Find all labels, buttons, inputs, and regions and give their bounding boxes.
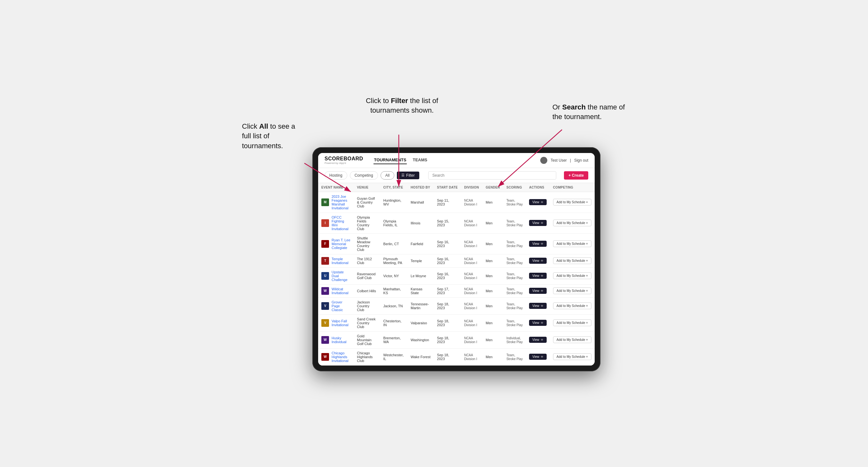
add-schedule-button-6[interactable]: Add to My Schedule +	[553, 303, 591, 309]
cell-gender-4: Men	[483, 267, 503, 284]
cell-start-date-3: Sep 16, 2023	[434, 254, 461, 267]
team-logo-5: W	[321, 287, 329, 295]
add-schedule-button-7[interactable]: Add to My Schedule +	[553, 319, 591, 326]
tablet-screen: SCOREBOARD Powered by clipp'd TOURNAMENT…	[318, 153, 595, 366]
cell-venue-0: Guyan Golf & Country Club	[354, 192, 380, 213]
cell-actions-1: View 👁	[526, 213, 550, 234]
event-name-2[interactable]: Ryan T. Lee Memorial Collegiate	[332, 238, 350, 250]
view-button-1[interactable]: View 👁	[529, 220, 547, 226]
cell-hosted-by-3: Temple	[407, 254, 434, 267]
view-button-0[interactable]: View 👁	[529, 199, 547, 205]
add-schedule-button-4[interactable]: Add to My Schedule +	[553, 272, 591, 279]
cell-gender-9: Men	[483, 348, 503, 365]
add-schedule-button-5[interactable]: Add to My Schedule +	[553, 287, 591, 294]
cell-actions-7: View 👁	[526, 314, 550, 331]
table-row: W Husky Individual Gold Mountain Golf Cl…	[318, 331, 595, 348]
event-cell-3: T Temple Invitational	[321, 257, 350, 265]
outer-wrapper: Click All to see a full list of tourname…	[242, 96, 626, 371]
cell-scoring-5: Team, Stroke Play	[503, 284, 526, 298]
view-button-8[interactable]: View 👁	[529, 337, 547, 343]
event-name-9[interactable]: Chicago Highlands Invitational	[332, 351, 350, 363]
view-button-3[interactable]: View 👁	[529, 258, 547, 264]
cell-hosted-by-4: Le Moyne	[407, 267, 434, 284]
event-name-7[interactable]: Valpo Fall Invitational	[332, 319, 350, 327]
event-cell-4: U Upstate Dual Challenge	[321, 270, 350, 282]
cell-city-state-8: Bremerton, WA	[380, 331, 407, 348]
event-name-6[interactable]: Grover Page Classic	[332, 300, 350, 312]
cell-venue-7: Sand Creek Country Club	[354, 314, 380, 331]
logo-sub: Powered by clipp'd	[324, 162, 346, 164]
cell-actions-6: View 👁	[526, 298, 550, 314]
tournaments-table: EVENT NAME VENUE CITY, STATE HOSTED BY S…	[318, 183, 595, 366]
cell-hosted-by-0: Marshall	[407, 192, 434, 213]
event-cell-6: V Grover Page Classic	[321, 300, 350, 312]
team-logo-3: T	[321, 257, 329, 265]
nav-tab-teams[interactable]: TEAMS	[412, 156, 428, 164]
cell-division-5: NCAA Division I	[461, 284, 482, 298]
cell-division-9: NCAA Division I	[461, 348, 482, 365]
table-row: U Upstate Dual Challenge Ravenwood Golf …	[318, 267, 595, 284]
cell-event-name-9: W Chicago Highlands Invitational	[318, 348, 354, 365]
event-name-1[interactable]: OFCC Fighting Illini Invitational	[332, 215, 350, 231]
cell-city-state-4: Victor, NY	[380, 267, 407, 284]
event-name-8[interactable]: Husky Individual	[332, 336, 350, 344]
cell-hosted-by-8: Washington	[407, 331, 434, 348]
view-button-6[interactable]: View 👁	[529, 303, 547, 309]
add-schedule-button-9[interactable]: Add to My Schedule +	[553, 353, 591, 360]
cell-division-4: NCAA Division I	[461, 267, 482, 284]
team-logo-1: I	[321, 219, 329, 227]
add-schedule-button-2[interactable]: Add to My Schedule +	[553, 240, 591, 247]
add-schedule-button-8[interactable]: Add to My Schedule +	[553, 336, 591, 343]
view-button-5[interactable]: View 👁	[529, 288, 547, 294]
tournaments-table-container: EVENT NAME VENUE CITY, STATE HOSTED BY S…	[318, 183, 595, 366]
event-name-3[interactable]: Temple Invitational	[332, 257, 350, 265]
logo-area: SCOREBOARD Powered by clipp'd	[324, 156, 363, 164]
view-eye-icon-2: 👁	[540, 242, 544, 246]
cell-start-date-2: Sep 16, 2023	[434, 234, 461, 254]
view-button-7[interactable]: View 👁	[529, 320, 547, 326]
all-tab[interactable]: All	[380, 171, 394, 180]
nav-tab-tournaments[interactable]: TOURNAMENTS	[373, 156, 407, 164]
cell-gender-7: Men	[483, 314, 503, 331]
competing-tab[interactable]: Competing	[350, 171, 378, 180]
cell-competing-2: Add to My Schedule +	[550, 234, 595, 254]
add-schedule-button-0[interactable]: Add to My Schedule +	[553, 199, 591, 206]
cell-event-name-3: T Temple Invitational	[318, 254, 354, 267]
event-cell-2: F Ryan T. Lee Memorial Collegiate	[321, 238, 350, 250]
add-schedule-button-3[interactable]: Add to My Schedule +	[553, 257, 591, 264]
cell-gender-2: Men	[483, 234, 503, 254]
cell-start-date-7: Sep 18, 2023	[434, 314, 461, 331]
search-input[interactable]	[428, 171, 556, 180]
cell-hosted-by-5: Kansas State	[407, 284, 434, 298]
filter-button[interactable]: ☰ Filter	[397, 172, 419, 179]
view-eye-icon-3: 👁	[540, 259, 544, 262]
event-name-0[interactable]: 2023 Joe Feaganes Marshall Invitational	[332, 195, 350, 210]
sign-out-link[interactable]: Sign out	[574, 158, 588, 163]
hosting-tab[interactable]: Hosting	[324, 171, 347, 180]
view-button-4[interactable]: View 👁	[529, 273, 547, 279]
view-button-9[interactable]: View 👁	[529, 354, 547, 360]
header-right: Test User | Sign out	[540, 157, 588, 164]
view-button-2[interactable]: View 👁	[529, 241, 547, 247]
create-button[interactable]: + Create	[564, 171, 588, 180]
cell-event-name-4: U Upstate Dual Challenge	[318, 267, 354, 284]
user-name: Test User	[551, 158, 567, 163]
cell-gender-5: Men	[483, 284, 503, 298]
add-schedule-button-1[interactable]: Add to My Schedule +	[553, 220, 591, 226]
view-eye-icon-8: 👁	[540, 338, 544, 342]
table-row: V Valpo Fall Invitational Sand Creek Cou…	[318, 314, 595, 331]
annotation-left: Click All to see a full list of tourname…	[242, 122, 306, 151]
table-row: V Grover Page Classic Jackson Country Cl…	[318, 298, 595, 314]
cell-venue-9: Chicago Highlands Club	[354, 348, 380, 365]
view-eye-icon-6: 👁	[540, 304, 544, 308]
cell-venue-5: Colbert Hills	[354, 284, 380, 298]
event-cell-8: W Husky Individual	[321, 336, 350, 344]
event-name-4[interactable]: Upstate Dual Challenge	[332, 270, 350, 282]
event-cell-5: W Wildcat Invitational	[321, 287, 350, 295]
cell-city-state-0: Huntington, WV	[380, 192, 407, 213]
event-name-5[interactable]: Wildcat Invitational	[332, 287, 350, 295]
cell-city-state-3: Plymouth Meeting, PA	[380, 254, 407, 267]
table-row: M 2023 Joe Feaganes Marshall Invitationa…	[318, 192, 595, 213]
col-gender: GENDER	[483, 183, 503, 192]
cell-city-state-1: Olympia Fields, IL	[380, 213, 407, 234]
